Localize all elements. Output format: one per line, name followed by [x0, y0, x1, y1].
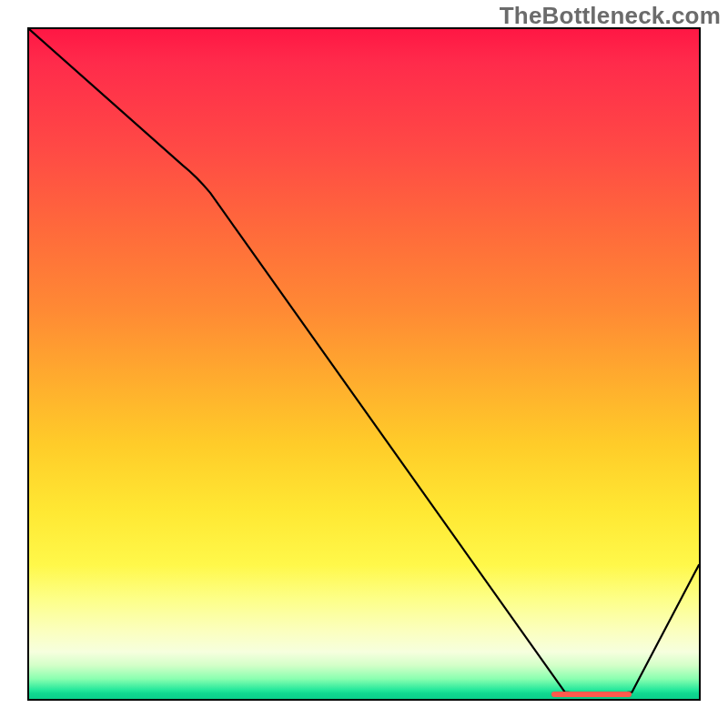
chart-container: TheBottleneck.com	[0, 0, 728, 728]
plot-area	[27, 27, 701, 701]
watermark-label: TheBottleneck.com	[500, 2, 721, 30]
bottleneck-curve	[29, 29, 699, 699]
optimum-band-marker	[551, 692, 632, 697]
